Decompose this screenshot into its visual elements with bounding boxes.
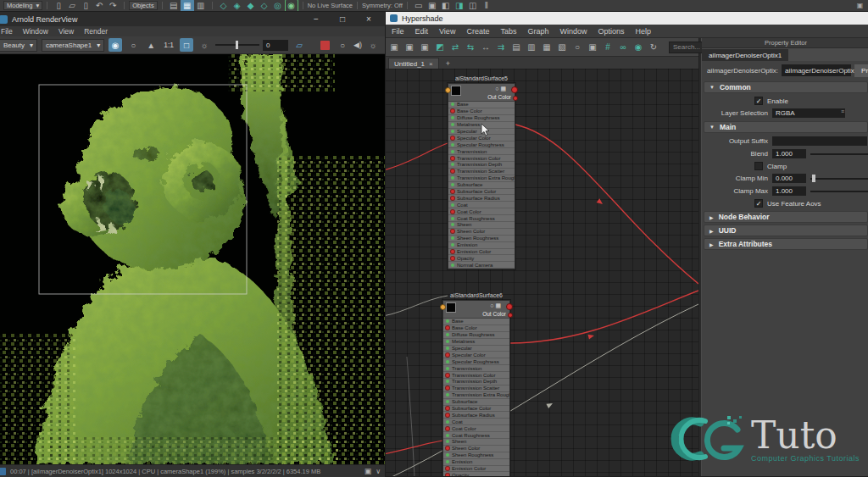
node-output-dot[interactable] <box>511 86 518 93</box>
node-port[interactable]: Opacity <box>443 472 509 476</box>
render-viewport[interactable] <box>0 54 385 464</box>
maximize-button[interactable]: □ <box>331 13 353 25</box>
node-port[interactable]: Coat Color <box>443 425 509 432</box>
exposure-slider[interactable]: 0 <box>215 40 288 51</box>
node-port[interactable]: Coat Roughness <box>448 215 515 222</box>
toggle-bins-icon[interactable]: ▣ <box>403 41 416 54</box>
pin-selection-icon[interactable]: ∞ <box>616 41 630 54</box>
node-port[interactable]: Metalness <box>443 339 509 346</box>
shader-node-aistandardsurface5[interactable]: aiStandardSurface5 ○ ▦ Out Color <box>448 75 515 269</box>
menu-item[interactable]: Create <box>466 27 489 36</box>
refresh-swatches-icon[interactable]: ↻ <box>647 41 660 54</box>
output-suffix-field[interactable] <box>772 136 867 146</box>
render-region-button[interactable]: □ <box>180 38 193 52</box>
node-port[interactable]: Specular <box>443 346 509 352</box>
collapsed-section[interactable]: ▶ Node Behavior <box>704 211 868 223</box>
node-port[interactable]: Transmission <box>443 365 509 372</box>
node-swatch[interactable] <box>451 86 461 96</box>
zoom-selected-icon[interactable]: ○ <box>570 41 584 54</box>
clamp-max-field[interactable]: 1.000 <box>772 186 806 196</box>
node-input-dot[interactable] <box>440 304 446 310</box>
node-port[interactable]: Coat Color <box>448 208 515 215</box>
add-tab-button[interactable]: + <box>442 58 453 69</box>
presets-button[interactable]: Presets <box>854 64 868 77</box>
out-color-dot[interactable] <box>513 96 518 101</box>
rearrange-graph-icon[interactable]: ⇉ <box>494 41 508 54</box>
node-port[interactable]: Sheen Color <box>443 446 509 452</box>
clamp-min-slider[interactable] <box>810 174 868 183</box>
debug-shading-icon[interactable]: ▲ <box>144 38 158 52</box>
close-icon[interactable]: × <box>429 60 433 68</box>
audio-icon[interactable]: ◀) <box>353 41 362 49</box>
section-common[interactable]: ▼ Common <box>704 81 868 93</box>
node-input-dot[interactable] <box>445 87 451 93</box>
snap-to-grid-icon[interactable]: # <box>601 41 615 54</box>
node-port[interactable]: Specular Roughness <box>443 358 509 365</box>
chevron-down-icon[interactable]: ∨ <box>376 468 381 475</box>
node-port[interactable]: Emission Color <box>443 466 509 473</box>
node-header[interactable]: ○ ▦ Out Color <box>443 301 509 319</box>
aov-dropdown[interactable]: Beauty ▾ <box>0 39 37 52</box>
node-port[interactable]: Specular <box>448 129 515 136</box>
close-button[interactable]: × <box>358 13 380 25</box>
menu-item[interactable]: Options <box>598 27 624 36</box>
gear-icon[interactable]: ☼ <box>198 38 211 52</box>
menu-item[interactable]: Render <box>84 27 108 36</box>
aa-toggle-icon[interactable]: ○ <box>126 38 140 52</box>
node-port[interactable]: Sheen Roughness <box>443 452 509 459</box>
tab-aiimagerdenoiseroptix1[interactable]: aiImagerDenoiserOptix1 <box>702 49 788 61</box>
menu-item[interactable]: Window <box>23 27 48 36</box>
arnold-titlebar[interactable]: Arnold RenderView − □ × <box>0 12 385 26</box>
section-main[interactable]: ▼ Main <box>704 121 868 133</box>
node-preview-icon[interactable]: ○ <box>490 302 493 309</box>
camera-dropdown[interactable]: cameraShape1 ▾ <box>42 39 104 52</box>
zoom-ratio-label[interactable]: 1:1 <box>162 41 175 49</box>
node-port[interactable]: Sheen Color <box>448 229 515 236</box>
settings-gear-icon[interactable]: ☼ <box>366 38 380 52</box>
node-port[interactable]: Subsurface Color <box>448 189 515 196</box>
node-port[interactable]: Emission <box>448 242 515 249</box>
use-feature-aovs-checkbox[interactable]: ✓ <box>754 199 763 208</box>
blend-field[interactable]: 1.000 <box>772 149 806 158</box>
node-output-dot[interactable] <box>506 303 513 310</box>
layout-grid-icon[interactable]: ▦ <box>540 41 554 54</box>
node-port[interactable]: Transmission Depth <box>448 162 515 169</box>
node-port[interactable]: Transmission Extra Roughness <box>443 392 509 399</box>
graph-output-connections-icon[interactable]: ⇆ <box>464 41 477 54</box>
node-port[interactable]: Emission Color <box>448 249 515 256</box>
menu-item[interactable]: Help <box>635 27 651 36</box>
node-port[interactable]: Transmission Scatter <box>443 385 509 392</box>
show-material-viewer-icon[interactable]: ▣ <box>586 41 599 54</box>
log-folder-icon[interactable]: ▱ <box>292 38 306 52</box>
menu-item[interactable]: Tabs <box>500 27 516 36</box>
minimize-button[interactable]: − <box>305 13 327 25</box>
node-port[interactable]: Base <box>448 102 515 108</box>
node-port[interactable]: Subsurface Radius <box>443 412 509 419</box>
menu-item[interactable]: Edit <box>415 27 429 36</box>
node-layout-icon[interactable]: ▦ <box>495 302 501 309</box>
layout-vertical-icon[interactable]: ▥ <box>525 41 538 54</box>
graph-input-output-connections-icon[interactable]: ⇄ <box>448 41 462 54</box>
image-icon[interactable]: ▣ <box>364 467 372 475</box>
node-port[interactable]: Base <box>443 319 509 325</box>
menu-item[interactable]: Graph <box>527 27 548 36</box>
property-editor-title[interactable]: Property Editor <box>702 38 868 48</box>
node-port[interactable]: Base Color <box>443 325 509 332</box>
node-port[interactable]: Specular Color <box>448 135 515 141</box>
layout-single-icon[interactable]: ▧ <box>555 41 569 54</box>
collapsed-section[interactable]: ▶ Extra Attributes <box>704 238 868 250</box>
layer-selection-field[interactable]: RGBA ≡ <box>772 108 845 118</box>
node-port[interactable]: Subsurface <box>443 399 509 406</box>
node-port[interactable]: Opacity <box>448 255 515 262</box>
out-color-dot[interactable] <box>508 313 513 318</box>
menu-item[interactable]: File <box>392 27 404 36</box>
shader-node-aistandardsurface6[interactable]: aiStandardSurface6 ○ ▦ Out Color <box>442 292 510 476</box>
node-port[interactable]: Subsurface <box>448 182 515 189</box>
hypershade-titlebar[interactable]: Hypershade <box>383 12 868 25</box>
menu-item[interactable]: File <box>1 27 13 36</box>
node-header[interactable]: ○ ▦ Out Color <box>448 84 515 102</box>
menuset-dropdown[interactable]: Modeling ▾ <box>3 1 42 10</box>
graph-input-connections-icon[interactable]: ◩ <box>433 41 447 54</box>
node-port[interactable]: Transmission <box>448 148 515 155</box>
node-port[interactable]: Sheen <box>443 439 509 446</box>
